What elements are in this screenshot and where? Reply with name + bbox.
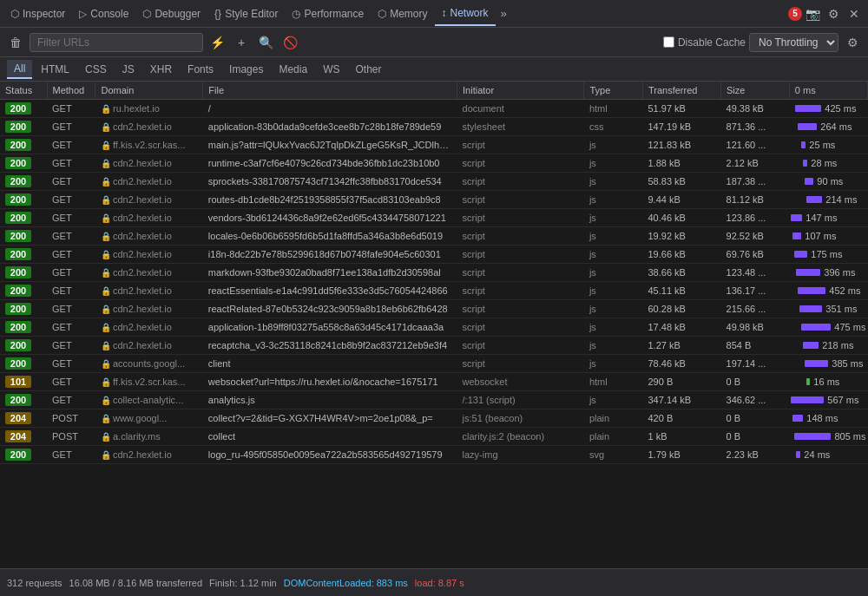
toolbar-btn-debugger[interactable]: ⬡ Debugger bbox=[135, 2, 207, 26]
cell-type: html bbox=[584, 373, 643, 391]
table-row[interactable]: 200 GET 🔒cdn2.hexlet.io application-1b89… bbox=[0, 318, 868, 337]
cell-transferred: 121.83 kB bbox=[642, 136, 720, 154]
close-devtools-btn[interactable]: ✕ bbox=[844, 3, 865, 24]
cell-file: main.js?attr=lQUkxYvac6J2TqlpDkZLgeG5KsR… bbox=[203, 136, 457, 154]
tab-js[interactable]: JS bbox=[115, 61, 141, 78]
table-row[interactable]: 200 GET 🔒cdn2.hexlet.io i18n-8dc22b7e78b… bbox=[0, 246, 868, 264]
col-header-size[interactable]: Size bbox=[721, 82, 790, 100]
tab-media[interactable]: Media bbox=[272, 61, 314, 78]
screenshot-btn[interactable]: 📷 bbox=[802, 3, 823, 24]
clear-btn[interactable]: 🗑 bbox=[5, 32, 26, 53]
col-header-transferred[interactable]: Transferred bbox=[642, 82, 720, 100]
toolbar-btn-console[interactable]: ▷ Console bbox=[72, 2, 135, 26]
cell-transferred: 1.79 kB bbox=[642, 446, 720, 464]
domain-text: cdn2.hexlet.io bbox=[113, 213, 172, 223]
cell-domain: 🔒cdn2.hexlet.io bbox=[95, 173, 203, 191]
cell-type: plain bbox=[584, 409, 643, 428]
toolbar-btn-network[interactable]: ↕ Network bbox=[435, 2, 496, 26]
settings-btn[interactable]: ⚙ bbox=[823, 3, 844, 24]
toolbar-btn-memory[interactable]: ⬡ Memory bbox=[371, 2, 434, 26]
tab-html[interactable]: HTML bbox=[34, 61, 76, 78]
table-row[interactable]: 200 GET 🔒cdn2.hexlet.io reactEssentials-… bbox=[0, 282, 868, 300]
col-header-initiator[interactable]: Initiator bbox=[457, 82, 584, 100]
table-row[interactable]: 101 GET 🔒ff.kis.v2.scr.kas... websocket?… bbox=[0, 373, 868, 391]
table-row[interactable]: 204 POST 🔒www.googl... collect?v=2&tid=G… bbox=[0, 409, 868, 428]
cell-size: 0 B bbox=[721, 428, 790, 446]
disable-cache-label[interactable]: Disable Cache bbox=[663, 36, 746, 49]
tab-fonts[interactable]: Fonts bbox=[181, 61, 220, 78]
cell-domain: 🔒cdn2.hexlet.io bbox=[95, 446, 203, 464]
cell-status: 200 bbox=[0, 136, 47, 154]
time-text: 475 ms bbox=[834, 322, 865, 332]
table-row[interactable]: 200 GET 🔒cdn2.hexlet.io sprockets-338170… bbox=[0, 173, 868, 191]
col-header-method[interactable]: Method bbox=[47, 82, 95, 100]
waterfall-bar bbox=[796, 269, 820, 276]
cell-initiator: websocket bbox=[457, 373, 584, 391]
cell-domain: 🔒cdn2.hexlet.io bbox=[95, 191, 203, 209]
cell-type: js bbox=[584, 173, 643, 191]
cell-size: 197.14 ... bbox=[721, 355, 790, 373]
tab-other[interactable]: Other bbox=[348, 61, 388, 78]
waterfall-bar bbox=[806, 378, 810, 385]
time-text: 351 ms bbox=[825, 304, 857, 314]
search-btn[interactable]: 🔍 bbox=[255, 32, 276, 53]
tab-css[interactable]: CSS bbox=[78, 61, 114, 78]
throttle-select[interactable]: No Throttling Slow 3G Fast 3G Offline bbox=[749, 33, 838, 52]
table-row[interactable]: 200 GET 🔒cdn2.hexlet.io routes-db1cde8b2… bbox=[0, 191, 868, 209]
tab-all[interactable]: All bbox=[7, 60, 32, 79]
col-header-waterfall[interactable]: 0 ms bbox=[789, 82, 867, 100]
cell-method: GET bbox=[47, 373, 95, 391]
cell-domain: 🔒ff.kis.v2.scr.kas... bbox=[95, 136, 203, 154]
lock-icon: 🔒 bbox=[101, 341, 111, 350]
network-settings-btn[interactable]: ⚙ bbox=[842, 32, 863, 53]
tab-images[interactable]: Images bbox=[222, 61, 270, 78]
table-row[interactable]: 200 GET 🔒cdn2.hexlet.io locales-0e6b06b6… bbox=[0, 227, 868, 246]
cell-status: 200 bbox=[0, 209, 47, 227]
table-row[interactable]: 200 GET 🔒cdn2.hexlet.io recaptcha_v3-3c2… bbox=[0, 337, 868, 355]
file-text: reactRelated-87e0b5324c923c9059a8b18eb6b… bbox=[208, 304, 448, 314]
cell-initiator: js:51 (beacon) bbox=[457, 409, 584, 428]
tab-ws[interactable]: WS bbox=[316, 61, 346, 78]
table-row[interactable]: 200 GET 🔒cdn2.hexlet.io markdown-93fbe93… bbox=[0, 264, 868, 282]
block-btn[interactable]: 🚫 bbox=[279, 32, 300, 53]
table-row[interactable]: 200 GET 🔒cdn2.hexlet.io application-83b0… bbox=[0, 118, 868, 136]
cell-waterfall: 396 ms bbox=[789, 264, 867, 282]
more-tools-btn[interactable]: » bbox=[496, 3, 512, 23]
filter-toggle-btn[interactable]: ⚡ bbox=[207, 32, 227, 53]
col-header-file[interactable]: File bbox=[203, 82, 457, 100]
col-header-type[interactable]: Type bbox=[584, 82, 643, 100]
file-text: reactEssentials-e1a4c991dd5f6e333e3d5c76… bbox=[208, 285, 448, 296]
table-row[interactable]: 200 GET 🔒ru.hexlet.io / document html 51… bbox=[0, 100, 868, 118]
time-text: 107 ms bbox=[805, 231, 836, 241]
cell-method: GET bbox=[47, 209, 95, 227]
toolbar-btn-inspector[interactable]: ⬡ Inspector bbox=[3, 2, 72, 26]
col-header-status[interactable]: Status bbox=[0, 82, 47, 100]
error-count-badge: 5 bbox=[788, 7, 802, 21]
tab-xhr[interactable]: XHR bbox=[143, 61, 179, 78]
disable-cache-checkbox[interactable] bbox=[663, 36, 674, 48]
cell-method: GET bbox=[47, 154, 95, 173]
cell-transferred: 58.83 kB bbox=[642, 173, 720, 191]
cell-size: 0 B bbox=[721, 373, 790, 391]
filter-url-input[interactable] bbox=[30, 33, 203, 52]
table-row[interactable]: 200 GET 🔒accounts.googl... client script… bbox=[0, 355, 868, 373]
file-text: markdown-93fbe9302a0bad8f71ee138a1dfb2d3… bbox=[208, 267, 441, 278]
table-row[interactable]: 200 GET 🔒cdn2.hexlet.io vendors-3bd61244… bbox=[0, 209, 868, 227]
table-row[interactable]: 200 GET 🔒collect-analytic... analytics.j… bbox=[0, 391, 868, 409]
toolbar-btn-performance[interactable]: ◷ Performance bbox=[285, 2, 371, 26]
time-text: 805 ms bbox=[834, 431, 865, 442]
table-row[interactable]: 200 GET 🔒cdn2.hexlet.io reactRelated-87e… bbox=[0, 300, 868, 318]
table-row[interactable]: 200 GET 🔒cdn2.hexlet.io runtime-c3af7cf6… bbox=[0, 154, 868, 173]
add-filter-btn[interactable]: + bbox=[231, 32, 252, 53]
cell-method: POST bbox=[47, 428, 95, 446]
table-row[interactable]: 200 GET 🔒cdn2.hexlet.io logo_ru-495f0585… bbox=[0, 446, 868, 464]
cell-status: 200 bbox=[0, 100, 47, 118]
toolbar-btn-style-editor[interactable]: {} Style Editor bbox=[207, 2, 285, 26]
table-row[interactable]: 200 GET 🔒ff.kis.v2.scr.kas... main.js?at… bbox=[0, 136, 868, 154]
lock-icon: 🔒 bbox=[101, 414, 111, 423]
lock-icon: 🔒 bbox=[101, 450, 111, 460]
col-header-domain[interactable]: Domain bbox=[95, 82, 203, 100]
table-row[interactable]: 204 POST 🔒a.clarity.ms collect clarity.j… bbox=[0, 428, 868, 446]
domain-text: cdn2.hexlet.io bbox=[113, 285, 172, 296]
cell-initiator: script bbox=[457, 318, 584, 337]
